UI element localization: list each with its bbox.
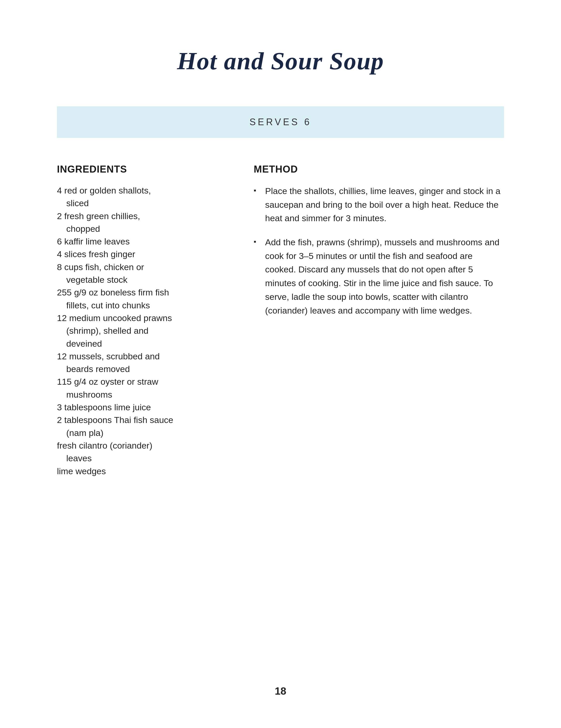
list-item: beards removed — [57, 363, 233, 375]
list-item: vegetable stock — [57, 273, 233, 286]
list-item: 2 tablespoons Thai fish sauce — [57, 414, 233, 426]
list-item: fillets, cut into chunks — [57, 299, 233, 312]
list-item: lime wedges — [57, 465, 233, 478]
method-list: Place the shallots, chillies, lime leave… — [254, 184, 504, 317]
recipe-title: Hot and Sour Soup — [57, 47, 504, 75]
list-item: 2 fresh green chillies, — [57, 210, 233, 222]
list-item: chopped — [57, 222, 233, 235]
recipe-page: Hot and Sour Soup SERVES 6 INGREDIENTS 4… — [0, 0, 561, 728]
ingredients-column: INGREDIENTS 4 red or golden shallots, sl… — [57, 164, 233, 478]
list-item: mushrooms — [57, 388, 233, 401]
list-item: fresh cilantro (coriander) — [57, 439, 233, 452]
list-item: 3 tablespoons lime juice — [57, 401, 233, 414]
serves-band: SERVES 6 — [57, 106, 504, 138]
list-item: 4 slices fresh ginger — [57, 248, 233, 261]
page-number: 18 — [275, 685, 286, 697]
list-item: sliced — [57, 197, 233, 210]
content-area: INGREDIENTS 4 red or golden shallots, sl… — [57, 164, 504, 478]
ingredients-header: INGREDIENTS — [57, 164, 233, 175]
ingredients-list: 4 red or golden shallots, sliced 2 fresh… — [57, 184, 233, 478]
title-section: Hot and Sour Soup — [57, 47, 504, 75]
list-item: 12 medium uncooked prawns — [57, 312, 233, 324]
list-item: 12 mussels, scrubbed and — [57, 350, 233, 363]
list-item: deveined — [57, 337, 233, 350]
list-item: 255 g/9 oz boneless firm fish — [57, 286, 233, 299]
list-item: 8 cups fish, chicken or — [57, 261, 233, 273]
list-item: 115 g/4 oz oyster or straw — [57, 375, 233, 388]
list-item: (shrimp), shelled and — [57, 324, 233, 337]
list-item: 6 kaffir lime leaves — [57, 235, 233, 248]
method-step-2: Add the fish, prawns (shrimp), mussels a… — [254, 235, 504, 317]
list-item: (nam pla) — [57, 427, 233, 439]
method-column: METHOD Place the shallots, chillies, lim… — [254, 164, 504, 478]
list-item: 4 red or golden shallots, — [57, 184, 233, 197]
list-item: leaves — [57, 452, 233, 465]
method-step-1: Place the shallots, chillies, lime leave… — [254, 184, 504, 225]
method-header: METHOD — [254, 164, 504, 175]
serves-text: SERVES 6 — [249, 117, 312, 127]
